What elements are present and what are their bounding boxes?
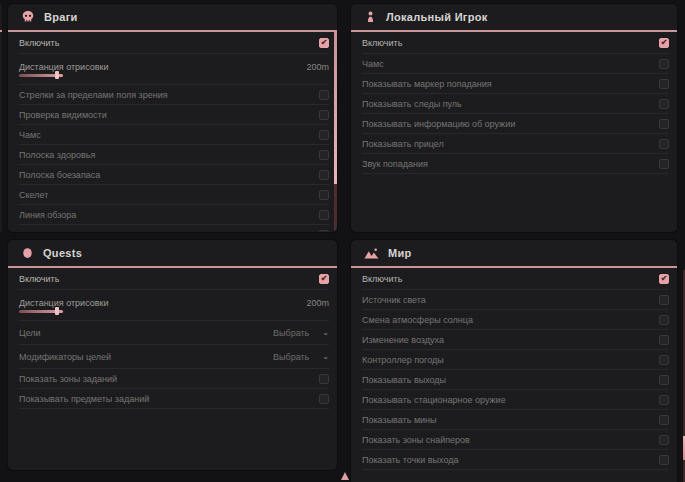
panel-title: Локальный Игрок — [386, 11, 488, 23]
row-label: Источник света — [362, 295, 426, 305]
row-toggle[interactable]: Включить✔ — [19, 268, 329, 290]
row-label: Показывать информацию об оружии — [362, 119, 515, 129]
row-toggle[interactable]: Смена атмосферы солнца — [362, 310, 669, 330]
row-label: Показывать маркер попадания — [362, 79, 492, 89]
slider-handle[interactable] — [55, 307, 59, 315]
checkbox[interactable] — [659, 355, 669, 365]
row-toggle[interactable]: Показывать следы пуль — [362, 94, 669, 114]
checkbox[interactable] — [319, 90, 329, 100]
checkbox[interactable] — [319, 394, 329, 404]
slider-value: 200m — [306, 62, 329, 72]
checkbox[interactable] — [319, 374, 329, 384]
panel-quests: Quests Включить✔Дистанция отрисовки200mЦ… — [8, 240, 337, 470]
checkbox[interactable] — [319, 230, 329, 233]
checkbox[interactable] — [659, 395, 669, 405]
row-label: Показывать предметы заданий — [19, 394, 149, 404]
row-toggle[interactable]: Показывать стационарное оружие — [362, 390, 669, 410]
row-toggle[interactable]: Изменение воздуха — [362, 330, 669, 350]
row-select[interactable]: Модификаторы целейВыбрать⌄ — [19, 345, 329, 369]
checkbox[interactable] — [659, 59, 669, 69]
row-toggle[interactable]: Чамс — [19, 125, 329, 145]
row-label: Включить — [362, 274, 402, 284]
chevron-down-icon: ⌄ — [322, 329, 329, 337]
checkbox[interactable] — [319, 170, 329, 180]
row-toggle[interactable]: Полоска боезапаса — [19, 165, 329, 185]
panel-scrollbar-thumb[interactable] — [334, 32, 337, 184]
checkbox[interactable]: ✔ — [659, 38, 669, 48]
panel-quests-header[interactable]: Quests — [8, 240, 337, 268]
checkbox[interactable] — [319, 190, 329, 200]
row-toggle[interactable]: Контроллер погоды — [362, 350, 669, 370]
checkbox[interactable] — [319, 110, 329, 120]
checkbox[interactable]: ✔ — [319, 274, 329, 284]
row-label: Цели — [19, 328, 41, 338]
checkbox[interactable] — [659, 375, 669, 385]
row-toggle[interactable]: Показывать прицел — [362, 134, 669, 154]
row-toggle[interactable]: Показывать мины — [362, 410, 669, 430]
row-toggle[interactable]: Показывать информацию об оружии — [362, 114, 669, 134]
checkbox[interactable] — [319, 130, 329, 140]
checkbox[interactable] — [659, 435, 669, 445]
row-toggle[interactable]: Чамс — [362, 54, 669, 74]
row-toggle[interactable]: Стрелки за пределами поля зрения — [19, 85, 329, 105]
row-label: Полоска здоровья — [19, 150, 95, 160]
checkbox[interactable] — [659, 79, 669, 89]
checkbox[interactable] — [319, 150, 329, 160]
panel-title: Враги — [44, 11, 78, 23]
row-toggle[interactable]: Линия обзора — [19, 205, 329, 225]
panel-local-player-header[interactable]: Локальный Игрок — [351, 4, 677, 32]
checkbox[interactable] — [659, 415, 669, 425]
row-label: Скелет — [19, 190, 48, 200]
checkbox[interactable] — [659, 119, 669, 129]
row-toggle[interactable]: Источник света — [362, 290, 669, 310]
select-control[interactable]: Выбрать⌄ — [273, 328, 329, 338]
checkbox[interactable] — [319, 210, 329, 220]
checkbox[interactable]: ✔ — [659, 274, 669, 284]
select-value: Выбрать — [273, 352, 309, 362]
row-label: Чамс — [362, 59, 384, 69]
checkbox[interactable] — [659, 335, 669, 345]
row-label: Модификаторы целей — [19, 352, 111, 362]
row-toggle[interactable]: Полоска здоровья — [19, 145, 329, 165]
panel-title: Мир — [388, 247, 412, 259]
checkbox[interactable] — [659, 455, 669, 465]
row-toggle[interactable]: Показывать следы пуль — [19, 225, 329, 232]
row-label: Смена атмосферы солнца — [362, 315, 473, 325]
checkbox[interactable] — [659, 99, 669, 109]
row-toggle[interactable]: Показать зоны снайперов — [362, 430, 669, 450]
row-label: Линия обзора — [19, 210, 76, 220]
checkbox[interactable] — [659, 315, 669, 325]
row-label: Изменение воздуха — [362, 335, 444, 345]
row-toggle[interactable]: Включить✔ — [362, 268, 669, 290]
slider-track[interactable] — [19, 310, 63, 313]
row-toggle[interactable]: Показать точки выхода — [362, 450, 669, 470]
row-toggle[interactable]: Включить✔ — [19, 32, 329, 54]
row-slider[interactable]: Дистанция отрисовки200m — [19, 290, 329, 321]
select-value: Выбрать — [273, 328, 309, 338]
row-slider[interactable]: Дистанция отрисовки200m — [19, 54, 329, 85]
row-toggle[interactable]: Показать зоны заданий — [19, 369, 329, 389]
row-select[interactable]: ЦелиВыбрать⌄ — [19, 321, 329, 345]
circle-icon — [21, 246, 34, 260]
checkbox[interactable] — [659, 139, 669, 149]
clipped-panel-edge — [0, 4, 2, 232]
checkbox[interactable]: ✔ — [319, 38, 329, 48]
row-label: Показывать стационарное оружие — [362, 395, 506, 405]
row-toggle[interactable]: Показывать выходы — [362, 370, 669, 390]
slider-handle[interactable] — [55, 71, 59, 79]
select-control[interactable]: Выбрать⌄ — [273, 352, 329, 362]
row-toggle[interactable]: Звук попадания — [362, 154, 669, 174]
row-toggle[interactable]: Показывать предметы заданий — [19, 389, 329, 409]
row-label: Контроллер погоды — [362, 355, 444, 365]
row-toggle[interactable]: Скелет — [19, 185, 329, 205]
row-toggle[interactable]: Проверка видимости — [19, 105, 329, 125]
row-toggle[interactable]: Включить✔ — [362, 32, 669, 54]
row-toggle[interactable]: Показывать маркер попадания — [362, 74, 669, 94]
checkbox[interactable] — [659, 295, 669, 305]
panel-world-header[interactable]: Мир — [351, 240, 677, 268]
row-label: Звук попадания — [362, 159, 428, 169]
slider-track[interactable] — [19, 74, 63, 77]
panel-enemies-header[interactable]: Враги — [8, 4, 337, 32]
panel-scrollbar[interactable] — [334, 32, 337, 232]
checkbox[interactable] — [659, 159, 669, 169]
